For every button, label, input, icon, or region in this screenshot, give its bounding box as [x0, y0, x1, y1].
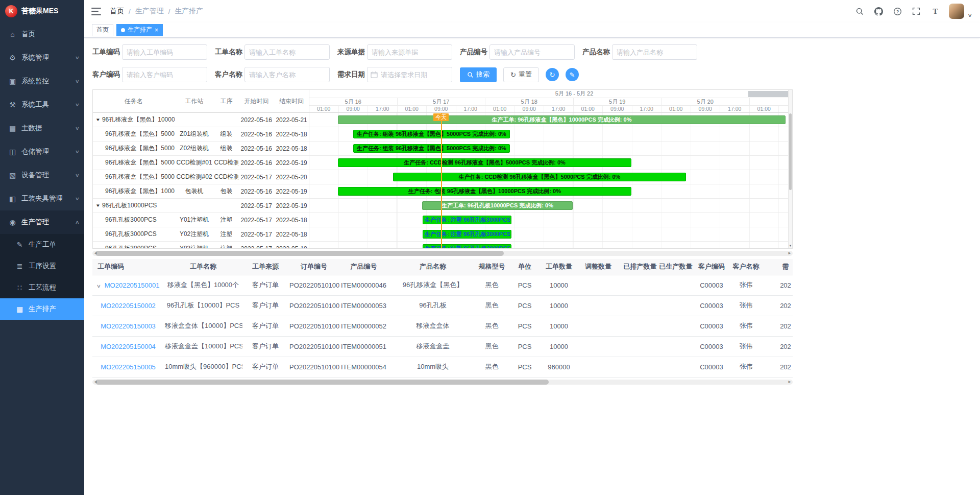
edit-circle-button[interactable]: ✎: [566, 68, 579, 81]
scrollbar-thumb[interactable]: [95, 380, 549, 385]
gantt-grid-row[interactable]: 96孔孔板3000PCS Y03注塑机 注塑 2022-05-17 2022-0…: [93, 242, 309, 248]
gantt-grid-row[interactable]: 96孔移液盒【黑色】5000PCS Z01组装机 组装 2022-05-16 2…: [93, 127, 309, 141]
tree-expand-icon[interactable]: ▼: [95, 117, 101, 122]
scrollbar-thumb[interactable]: [95, 251, 504, 256]
gantt-grid-row[interactable]: 96孔移液盒【黑色】5000PCS Z02组装机 组装 2022-05-16 2…: [93, 142, 309, 155]
github-icon[interactable]: [873, 6, 884, 16]
task-name-cell: 96孔孔板3000PCS: [93, 244, 175, 248]
tab-close-icon[interactable]: ×: [155, 27, 158, 33]
sidebar-item[interactable]: ⌂ 首页: [0, 22, 84, 46]
qty-cell: 960000: [544, 357, 574, 377]
gantt-vertical-scrollbar[interactable]: ▼: [788, 90, 792, 248]
fullscreen-icon[interactable]: [911, 6, 921, 16]
font-size-icon[interactable]: T: [930, 6, 940, 16]
gantt-bar[interactable]: 生产工单: 96孔移液盒【黑色】10000PCS 完成比例: 0%: [338, 115, 786, 124]
product-code-cell: ITEM00000054: [339, 357, 388, 377]
row-expand-icon[interactable]: ∨: [96, 284, 101, 289]
user-avatar[interactable]: [949, 4, 964, 19]
tree-expand-icon[interactable]: ▼: [95, 203, 101, 208]
gantt-bar[interactable]: 生产任务: 组装 96孔移液盒【黑色】5000PCS 完成比例: 0%: [353, 144, 510, 153]
sidebar-item[interactable]: ▧ 设备管理 ∨: [0, 163, 84, 187]
sidebar-item[interactable]: ◉ 生产管理 ∧: [0, 210, 84, 234]
scroll-right-arrow[interactable]: ►: [788, 251, 792, 256]
table-horizontal-scrollbar[interactable]: ◄ ►: [92, 380, 793, 385]
gantt-grid-row[interactable]: 96孔孔板3000PCS Y01注塑机 注塑 2022-05-17 2022-0…: [93, 213, 309, 227]
gantt-grid-row[interactable]: ▼ 96孔孔板10000PCS 2022-05-17 2022-05-19: [93, 199, 309, 213]
filter-input[interactable]: [122, 67, 207, 82]
sidebar-toggle-icon[interactable]: [91, 8, 101, 15]
breadcrumb-label[interactable]: 生产管理: [135, 7, 164, 16]
sidebar-item[interactable]: ▣ 系统监控 ∨: [0, 69, 84, 93]
gantt-grid-row[interactable]: 96孔移液盒【黑色】10000PCS 包装机 包装 2022-05-16 202…: [93, 184, 309, 198]
gantt-bar[interactable]: 生产任务: CCD检测 96孔移液盒【黑色】5000PCS 完成比例: 0%: [393, 173, 686, 181]
refresh-circle-button[interactable]: ↻: [546, 68, 559, 81]
gantt-bar[interactable]: 生产任务: 组装 96孔移液盒【黑色】5000PCS 完成比例: 0%: [353, 130, 510, 138]
gantt-scroll-block[interactable]: [748, 91, 788, 97]
breadcrumb-label[interactable]: 生产排产: [175, 7, 203, 16]
gantt-grid-row[interactable]: 96孔孔板3000PCS Y02注塑机 注塑 2022-05-17 2022-0…: [93, 227, 309, 241]
breadcrumb-label[interactable]: 首页: [110, 7, 124, 16]
sidebar-item[interactable]: ◧ 工装夹具管理 ∨: [0, 187, 84, 210]
filter-input[interactable]: [367, 44, 452, 60]
filter-input[interactable]: [612, 44, 697, 60]
table-row[interactable]: MO202205150005 10mm吸头【960000】PCS 客户订单 PO…: [92, 357, 793, 377]
filter-input[interactable]: [489, 44, 575, 60]
table-row[interactable]: ∨ MO202205150001 移液盒【黑色】10000个 客户订单 PO20…: [92, 275, 793, 295]
sidebar-subitem[interactable]: ▦ 生产排产: [0, 298, 84, 320]
sidebar-subitem[interactable]: ≣ 工序设置: [0, 255, 84, 277]
column-header: 产品名称: [388, 259, 478, 275]
order-link[interactable]: MO202205150003: [101, 322, 156, 330]
table-row[interactable]: MO202205150002 96孔孔板【10000】PCS 客户订单 PO20…: [92, 295, 793, 316]
scrollbar-thumb[interactable]: [789, 113, 792, 190]
order-name-cell: 10mm吸头【960000】PCS: [164, 357, 242, 377]
gantt-timeline-row: 生产任务: 组装 96孔移液盒【黑色】5000PCS 完成比例: 0%: [309, 142, 788, 155]
help-icon[interactable]: ?: [892, 6, 902, 16]
sidebar-item[interactable]: ⚙ 系统管理 ∨: [0, 46, 84, 69]
customer-name-cell: 张伟: [729, 336, 763, 357]
order-link[interactable]: MO202205150005: [101, 363, 156, 371]
avatar-caret-icon[interactable]: ∨: [968, 13, 973, 18]
tab[interactable]: 首页: [92, 24, 113, 36]
sidebar-subitem[interactable]: ✎ 生产工单: [0, 234, 84, 255]
gantt-bar[interactable]: 生产任务: 注塑 96孔孔板3000PCS 完成比例: 0%: [423, 230, 511, 239]
sidebar-item[interactable]: ▤ 主数据 ∨: [0, 116, 84, 140]
order-link[interactable]: MO202205150001: [105, 281, 160, 289]
sidebar-item[interactable]: ◫ 仓储管理 ∨: [0, 140, 84, 163]
gantt-bar[interactable]: 生产工单: 96孔孔板10000PCS 完成比例: 0%: [422, 201, 573, 210]
scroll-left-arrow[interactable]: ◄: [93, 251, 97, 256]
gantt-hour-label: 17:00: [456, 106, 486, 112]
search-button[interactable]: 搜索: [460, 67, 497, 82]
gantt-day-label: 5月 20: [662, 98, 750, 105]
reset-button[interactable]: ↻ 重置: [503, 67, 539, 82]
gantt-grid-row[interactable]: 96孔移液盒【黑色】5000PCS CCD检测#01 CCD检测 2022-05…: [93, 156, 309, 170]
gantt-horizontal-scrollbar[interactable]: ◄ ►: [92, 251, 793, 256]
workstation-cell: Z02组装机: [175, 144, 214, 153]
sidebar-subitem[interactable]: ∷ 工艺流程: [0, 277, 84, 298]
search-icon[interactable]: [854, 6, 865, 16]
gantt-grid-row[interactable]: ▼ 96孔移液盒【黑色】10000PCS 2022-05-16 2022-05-…: [93, 113, 309, 127]
scroll-right-arrow[interactable]: ►: [788, 380, 792, 385]
task-name-cell: 96孔移液盒【黑色】10000PCS: [93, 187, 175, 196]
gantt-bar[interactable]: 生产任务: 注塑 96孔孔板3000PCS 完成比例: 0%: [423, 244, 511, 248]
chevron-icon: ∨: [75, 79, 80, 84]
order-link[interactable]: MO202205150002: [101, 302, 156, 310]
gantt-row: 96孔孔板3000PCS Y03注塑机 注塑 2022-05-17 2022-0…: [93, 242, 788, 248]
filter-input[interactable]: [244, 67, 330, 82]
table-row[interactable]: MO202205150003 移液盒盒体【10000】PCS 客户订单 PO20…: [92, 316, 793, 336]
table-row[interactable]: MO202205150004 移液盒盒盖【10000】PCS 客户订单 PO20…: [92, 336, 793, 357]
filter-input[interactable]: [244, 44, 330, 60]
sidebar-item[interactable]: ⚒ 系统工具 ∨: [0, 93, 84, 116]
gantt-bar[interactable]: 生产任务: 包装 96孔移液盒【黑色】10000PCS 完成比例: 0%: [338, 187, 631, 196]
order-link[interactable]: MO202205150004: [101, 343, 156, 350]
gantt-bar[interactable]: 生产任务: 注塑 96孔孔板3000PCS 完成比例: 0%: [423, 216, 511, 224]
filter-input[interactable]: [367, 67, 452, 82]
filter-input[interactable]: [122, 44, 207, 60]
gantt-grid-row[interactable]: 96孔移液盒【黑色】5000PCS CCD检测#02 CCD检测 2022-05…: [93, 170, 309, 184]
process-cell: 注塑: [214, 216, 238, 224]
gantt-body: ▼ 96孔移液盒【黑色】10000PCS 2022-05-16 2022-05-…: [93, 113, 788, 248]
gantt-bar[interactable]: 生产任务: CCD检测 96孔移液盒【黑色】5000PCS 完成比例: 0%: [338, 158, 631, 167]
scroll-left-arrow[interactable]: ◄: [93, 380, 97, 385]
gantt-timeline-row: 生产任务: 包装 96孔移液盒【黑色】10000PCS 完成比例: 0%: [309, 184, 788, 198]
scroll-down-arrow[interactable]: ▼: [789, 244, 792, 247]
tab[interactable]: 生产排产 ×: [116, 24, 163, 36]
